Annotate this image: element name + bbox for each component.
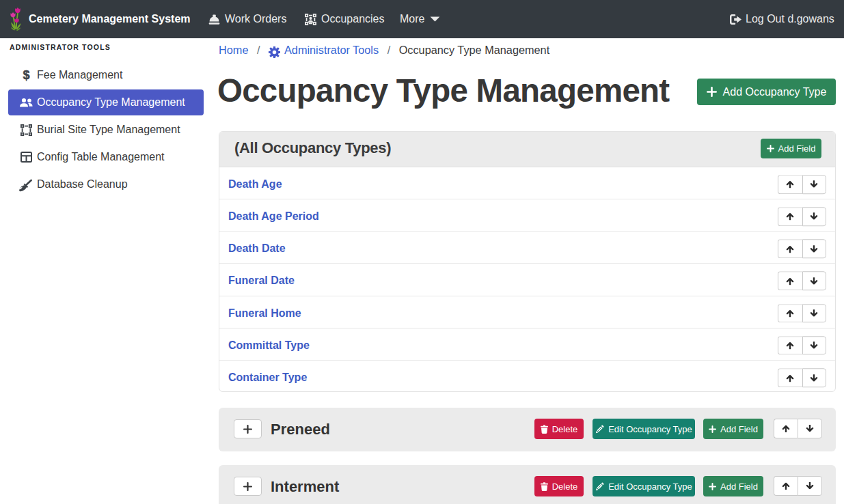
svg-text:$: $ [23, 69, 29, 81]
